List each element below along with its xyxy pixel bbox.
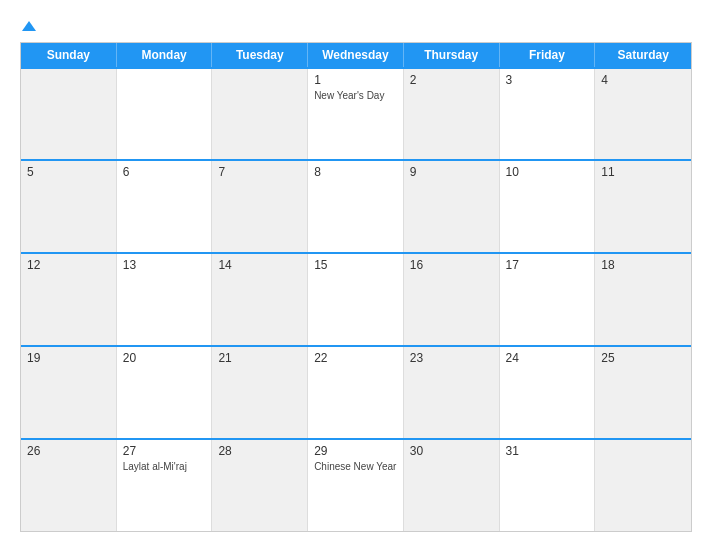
calendar-cell <box>117 69 213 160</box>
day-number: 28 <box>218 444 301 458</box>
day-number: 8 <box>314 165 397 179</box>
logo-triangle-icon <box>22 21 36 31</box>
header-day-tuesday: Tuesday <box>212 43 308 67</box>
day-number: 21 <box>218 351 301 365</box>
calendar-page: SundayMondayTuesdayWednesdayThursdayFrid… <box>0 0 712 550</box>
day-number: 26 <box>27 444 110 458</box>
calendar-week-3: 12131415161718 <box>21 252 691 345</box>
event-label: Chinese New Year <box>314 460 397 473</box>
header-day-friday: Friday <box>500 43 596 67</box>
day-number: 23 <box>410 351 493 365</box>
calendar-cell: 3 <box>500 69 596 160</box>
header-day-saturday: Saturday <box>595 43 691 67</box>
header-day-sunday: Sunday <box>21 43 117 67</box>
calendar-cell: 2 <box>404 69 500 160</box>
day-number: 11 <box>601 165 685 179</box>
calendar-cell: 13 <box>117 254 213 345</box>
day-number: 14 <box>218 258 301 272</box>
calendar-cell: 26 <box>21 440 117 531</box>
logo <box>20 18 36 36</box>
calendar-cell: 23 <box>404 347 500 438</box>
day-number: 10 <box>506 165 589 179</box>
header-day-wednesday: Wednesday <box>308 43 404 67</box>
day-number: 5 <box>27 165 110 179</box>
day-number: 9 <box>410 165 493 179</box>
calendar-cell: 4 <box>595 69 691 160</box>
event-label: Laylat al-Mi'raj <box>123 460 206 473</box>
calendar-cell: 6 <box>117 161 213 252</box>
day-number: 3 <box>506 73 589 87</box>
day-number: 12 <box>27 258 110 272</box>
header-day-thursday: Thursday <box>404 43 500 67</box>
calendar-cell: 28 <box>212 440 308 531</box>
calendar-cell: 14 <box>212 254 308 345</box>
calendar-cell <box>21 69 117 160</box>
calendar-cell: 27Laylat al-Mi'raj <box>117 440 213 531</box>
calendar-week-1: 1New Year's Day234 <box>21 67 691 160</box>
calendar-header-row: SundayMondayTuesdayWednesdayThursdayFrid… <box>21 43 691 67</box>
calendar-cell: 15 <box>308 254 404 345</box>
day-number: 27 <box>123 444 206 458</box>
calendar-cell: 30 <box>404 440 500 531</box>
calendar-cell: 11 <box>595 161 691 252</box>
day-number: 7 <box>218 165 301 179</box>
event-label: New Year's Day <box>314 89 397 102</box>
calendar-cell: 20 <box>117 347 213 438</box>
calendar-cell: 16 <box>404 254 500 345</box>
day-number: 22 <box>314 351 397 365</box>
calendar-cell: 29Chinese New Year <box>308 440 404 531</box>
calendar-cell: 25 <box>595 347 691 438</box>
header-day-monday: Monday <box>117 43 213 67</box>
day-number: 15 <box>314 258 397 272</box>
calendar-cell: 8 <box>308 161 404 252</box>
day-number: 4 <box>601 73 685 87</box>
day-number: 30 <box>410 444 493 458</box>
calendar-cell: 24 <box>500 347 596 438</box>
calendar-cell: 9 <box>404 161 500 252</box>
day-number: 20 <box>123 351 206 365</box>
page-header <box>20 18 692 36</box>
day-number: 16 <box>410 258 493 272</box>
day-number: 29 <box>314 444 397 458</box>
day-number: 13 <box>123 258 206 272</box>
logo-general <box>20 18 36 36</box>
calendar-grid: SundayMondayTuesdayWednesdayThursdayFrid… <box>20 42 692 532</box>
day-number: 24 <box>506 351 589 365</box>
calendar-cell <box>212 69 308 160</box>
calendar-cell: 12 <box>21 254 117 345</box>
calendar-cell: 1New Year's Day <box>308 69 404 160</box>
calendar-cell: 10 <box>500 161 596 252</box>
day-number: 17 <box>506 258 589 272</box>
day-number: 19 <box>27 351 110 365</box>
day-number: 18 <box>601 258 685 272</box>
day-number: 25 <box>601 351 685 365</box>
calendar-cell <box>595 440 691 531</box>
calendar-cell: 18 <box>595 254 691 345</box>
calendar-week-2: 567891011 <box>21 159 691 252</box>
calendar-cell: 17 <box>500 254 596 345</box>
day-number: 6 <box>123 165 206 179</box>
calendar-body: 1New Year's Day2345678910111213141516171… <box>21 67 691 531</box>
calendar-week-5: 2627Laylat al-Mi'raj2829Chinese New Year… <box>21 438 691 531</box>
calendar-cell: 7 <box>212 161 308 252</box>
calendar-cell: 19 <box>21 347 117 438</box>
day-number: 1 <box>314 73 397 87</box>
calendar-cell: 21 <box>212 347 308 438</box>
calendar-cell: 31 <box>500 440 596 531</box>
day-number: 2 <box>410 73 493 87</box>
calendar-week-4: 19202122232425 <box>21 345 691 438</box>
day-number: 31 <box>506 444 589 458</box>
calendar-cell: 5 <box>21 161 117 252</box>
calendar-cell: 22 <box>308 347 404 438</box>
